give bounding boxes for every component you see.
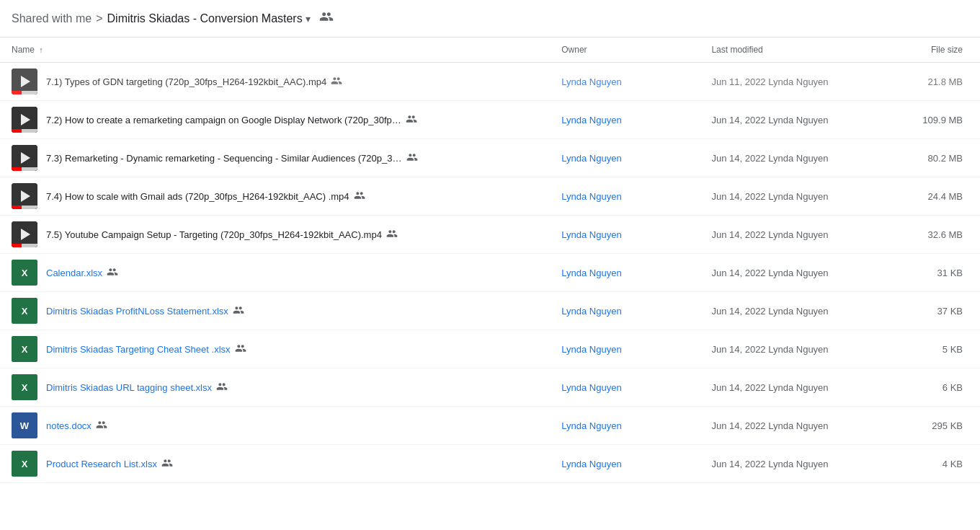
modified-cell: Jun 14, 2022 Lynda Nguyen (700, 254, 880, 292)
name-header[interactable]: Name ↑ (0, 37, 550, 63)
file-name[interactable]: Calendar.xlsx (46, 266, 118, 280)
size-cell: 80.2 MB (880, 139, 980, 177)
owner-cell[interactable]: Lynda Nguyen (550, 216, 700, 254)
size-cell: 21.8 MB (880, 63, 980, 101)
name-cell[interactable]: X Dimitris Skiadas Targeting Cheat Sheet… (0, 330, 550, 368)
video-icon (12, 145, 37, 171)
excel-icon: X (12, 374, 37, 400)
file-name[interactable]: Dimitris Skiadas Targeting Cheat Sheet .… (46, 343, 246, 356)
name-cell[interactable]: 7.5) Youtube Campaign Setup - Targeting … (0, 216, 550, 254)
excel-icon: X (12, 298, 37, 324)
shared-icon (96, 419, 107, 433)
owner-link[interactable]: Lynda Nguyen (561, 191, 621, 202)
file-name[interactable]: 7.5) Youtube Campaign Setup - Targeting … (46, 228, 398, 242)
shared-icon (406, 151, 418, 165)
size-cell: 109.9 MB (880, 101, 980, 139)
breadcrumb: Shared with me > Dimitris Skiadas - Conv… (0, 0, 980, 37)
name-cell[interactable]: X Calendar.xlsx (0, 254, 550, 292)
file-name[interactable]: Product Research List.xlsx (46, 457, 173, 471)
modified-cell: Jun 14, 2022 Lynda Nguyen (700, 330, 880, 368)
name-cell[interactable]: 7.1) Types of GDN targeting (720p_30fps_… (0, 63, 550, 101)
table-row[interactable]: X Dimitris Skiadas Targeting Cheat Sheet… (0, 330, 980, 368)
name-cell[interactable]: 7.2) How to create a remarketing campaig… (0, 101, 550, 139)
folder-name: Dimitris Skiadas - Conversion Masters (107, 12, 303, 25)
word-icon: W (12, 412, 37, 438)
owner-cell[interactable]: Lynda Nguyen (550, 63, 700, 101)
shared-icon (235, 343, 246, 356)
size-cell: 24.4 MB (880, 177, 980, 216)
file-name[interactable]: 7.1) Types of GDN targeting (720p_30fps_… (46, 75, 342, 89)
owner-link[interactable]: Lynda Nguyen (561, 229, 621, 240)
owner-link[interactable]: Lynda Nguyen (561, 459, 621, 469)
owner-link[interactable]: Lynda Nguyen (561, 420, 621, 431)
owner-cell[interactable]: Lynda Nguyen (550, 445, 700, 483)
owner-link[interactable]: Lynda Nguyen (561, 382, 621, 393)
excel-icon: X (12, 336, 37, 362)
shared-icon (331, 75, 342, 89)
table-row[interactable]: 7.5) Youtube Campaign Setup - Targeting … (0, 216, 980, 254)
name-cell[interactable]: X Dimitris Skiadas URL tagging sheet.xls… (0, 368, 550, 407)
owner-cell[interactable]: Lynda Nguyen (550, 407, 700, 445)
file-name[interactable]: Dimitris Skiadas URL tagging sheet.xlsx (46, 381, 228, 394)
owner-cell[interactable]: Lynda Nguyen (550, 330, 700, 368)
table-row[interactable]: X Product Research List.xlsx Lynda Nguye… (0, 445, 980, 483)
modified-cell: Jun 14, 2022 Lynda Nguyen (700, 216, 880, 254)
owner-cell[interactable]: Lynda Nguyen (550, 139, 700, 177)
name-cell[interactable]: X Product Research List.xlsx (0, 445, 550, 483)
size-header: File size (880, 37, 980, 63)
table-row[interactable]: X Dimitris Skiadas URL tagging sheet.xls… (0, 368, 980, 407)
modified-cell: Jun 14, 2022 Lynda Nguyen (700, 177, 880, 216)
size-cell: 4 KB (880, 445, 980, 483)
name-cell[interactable]: 7.4) How to scale with Gmail ads (720p_3… (0, 177, 550, 216)
modified-cell: Jun 11, 2022 Lynda Nguyen (700, 63, 880, 101)
video-icon (12, 69, 37, 94)
dropdown-icon[interactable]: ▾ (306, 13, 311, 25)
shared-icon (233, 304, 244, 318)
folder-breadcrumb[interactable]: Dimitris Skiadas - Conversion Masters ▾ (107, 12, 311, 25)
owner-link[interactable]: Lynda Nguyen (561, 76, 621, 87)
file-name[interactable]: Dimitris Skiadas ProfitNLoss Statement.x… (46, 304, 244, 318)
table-row[interactable]: X Dimitris Skiadas ProfitNLoss Statement… (0, 292, 980, 330)
file-name[interactable]: 7.2) How to create a remarketing campaig… (46, 113, 417, 127)
file-name[interactable]: notes.docx (46, 419, 107, 433)
table-row[interactable]: 7.4) How to scale with Gmail ads (720p_3… (0, 177, 980, 216)
table-row[interactable]: W notes.docx Lynda Nguyen Jun 14, 2022 L… (0, 407, 980, 445)
shared-with-me-link[interactable]: Shared with me (12, 12, 92, 25)
owner-link[interactable]: Lynda Nguyen (561, 115, 621, 125)
owner-link[interactable]: Lynda Nguyen (561, 268, 621, 278)
owner-link[interactable]: Lynda Nguyen (561, 306, 621, 317)
owner-cell[interactable]: Lynda Nguyen (550, 368, 700, 407)
owner-cell[interactable]: Lynda Nguyen (550, 292, 700, 330)
table-row[interactable]: 7.3) Remarketing - Dynamic remarketing -… (0, 139, 980, 177)
shared-icon (161, 457, 173, 471)
shared-icon (107, 266, 118, 280)
owner-cell[interactable]: Lynda Nguyen (550, 254, 700, 292)
video-icon (12, 221, 37, 247)
table-row[interactable]: 7.1) Types of GDN targeting (720p_30fps_… (0, 63, 980, 101)
name-cell[interactable]: W notes.docx (0, 407, 550, 445)
shared-icon (354, 190, 365, 203)
modified-header: Last modified (700, 37, 880, 63)
sort-icon: ↑ (39, 45, 43, 54)
owner-link[interactable]: Lynda Nguyen (561, 344, 621, 355)
shared-icon (406, 113, 417, 127)
file-name[interactable]: 7.4) How to scale with Gmail ads (720p_3… (46, 190, 365, 203)
name-cell[interactable]: X Dimitris Skiadas ProfitNLoss Statement… (0, 292, 550, 330)
owner-cell[interactable]: Lynda Nguyen (550, 101, 700, 139)
share-people-icon[interactable] (319, 9, 334, 27)
video-icon (12, 107, 37, 133)
name-cell[interactable]: 7.3) Remarketing - Dynamic remarketing -… (0, 139, 550, 177)
file-name[interactable]: 7.3) Remarketing - Dynamic remarketing -… (46, 151, 418, 165)
file-table: Name ↑ Owner Last modified File size 7.1… (0, 37, 980, 483)
table-row[interactable]: 7.2) How to create a remarketing campaig… (0, 101, 980, 139)
owner-cell[interactable]: Lynda Nguyen (550, 177, 700, 216)
owner-header: Owner (550, 37, 700, 63)
modified-cell: Jun 14, 2022 Lynda Nguyen (700, 407, 880, 445)
excel-icon: X (12, 451, 37, 477)
modified-cell: Jun 14, 2022 Lynda Nguyen (700, 445, 880, 483)
size-cell: 295 KB (880, 407, 980, 445)
size-cell: 37 KB (880, 292, 980, 330)
owner-link[interactable]: Lynda Nguyen (561, 153, 621, 164)
table-row[interactable]: X Calendar.xlsx Lynda Nguyen Jun 14, 202… (0, 254, 980, 292)
modified-cell: Jun 14, 2022 Lynda Nguyen (700, 368, 880, 407)
